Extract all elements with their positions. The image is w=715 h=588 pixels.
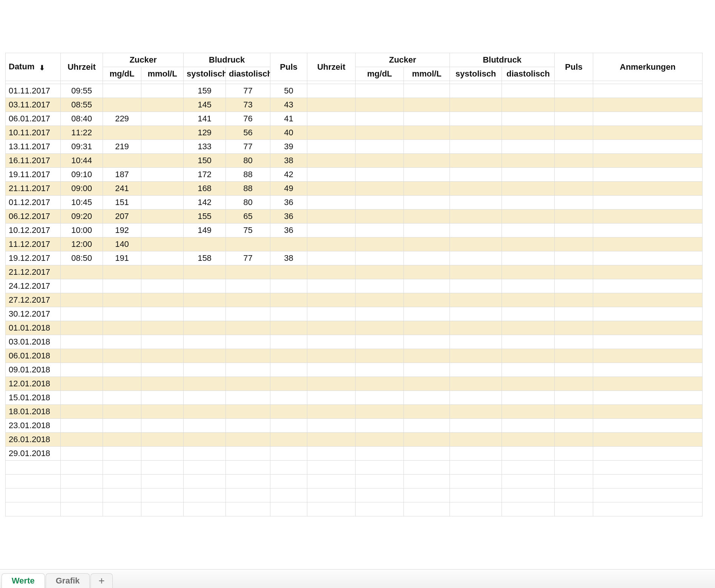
cell-time1[interactable]: 10:45	[61, 196, 103, 210]
cell-note[interactable]	[593, 447, 703, 461]
cell-time1[interactable]: 10:00	[61, 224, 103, 237]
cell-blank[interactable]	[103, 475, 141, 488]
header-uhrzeit-2[interactable]: Uhrzeit	[307, 53, 356, 81]
cell-puls1[interactable]	[270, 391, 307, 405]
cell-puls2[interactable]	[555, 251, 593, 265]
cell-blank[interactable]	[61, 488, 103, 502]
cell-mmol1[interactable]	[141, 377, 184, 391]
cell-puls2[interactable]	[555, 377, 593, 391]
cell-dia1[interactable]	[226, 237, 270, 251]
cell-mmol1[interactable]	[141, 224, 184, 237]
cell-mmol2[interactable]	[404, 126, 450, 140]
cell-blank[interactable]	[103, 502, 141, 516]
cell-dia1[interactable]: 88	[226, 182, 270, 196]
cell-sys2[interactable]	[450, 307, 502, 321]
cell-sys1[interactable]	[184, 293, 226, 307]
cell-puls1[interactable]: 42	[270, 168, 307, 182]
table-row[interactable]: 16.11.201710:441508038	[6, 154, 703, 168]
cell-mmol1[interactable]	[141, 126, 184, 140]
cell-puls1[interactable]: 49	[270, 182, 307, 196]
cell-blank[interactable]	[6, 461, 61, 475]
cell-sys2[interactable]	[450, 447, 502, 461]
cell-mmol2[interactable]	[404, 98, 450, 112]
cell-dia2[interactable]	[502, 196, 555, 210]
cell-puls2[interactable]	[555, 405, 593, 419]
cell-time1[interactable]: 08:50	[61, 251, 103, 265]
table-row[interactable]: 03.11.201708:551457343	[6, 98, 703, 112]
cell-note[interactable]	[593, 335, 703, 349]
cell-sys2[interactable]	[450, 112, 502, 126]
cell-mgdl1[interactable]: 151	[103, 196, 141, 210]
cell-mmol1[interactable]	[141, 182, 184, 196]
cell-time2[interactable]	[307, 251, 356, 265]
data-table[interactable]: Datum ⬇ Uhrzeit Zucker Bludruck Puls Uhr…	[5, 53, 703, 516]
table-row[interactable]: 26.01.2018	[6, 433, 703, 447]
cell-sys1[interactable]	[184, 265, 226, 279]
cell-mgdl1[interactable]	[103, 293, 141, 307]
cell-blank[interactable]	[404, 475, 450, 488]
cell-mmol1[interactable]	[141, 98, 184, 112]
cell-sys1[interactable]	[184, 363, 226, 377]
cell-dia2[interactable]	[502, 293, 555, 307]
table-row[interactable]: 10.11.201711:221295640	[6, 126, 703, 140]
cell-dia2[interactable]	[502, 419, 555, 433]
cell-time1[interactable]: 09:55	[61, 84, 103, 98]
cell-sys2[interactable]	[450, 265, 502, 279]
cell-puls2[interactable]	[555, 196, 593, 210]
cell-mgdl1[interactable]	[103, 405, 141, 419]
cell-sys1[interactable]: 133	[184, 140, 226, 154]
cell-time2[interactable]	[307, 140, 356, 154]
cell-mgdl2[interactable]	[356, 98, 404, 112]
header-mgdl-1[interactable]: mg/dL	[103, 67, 141, 81]
cell-time1[interactable]: 08:55	[61, 98, 103, 112]
cell-time2[interactable]	[307, 447, 356, 461]
cell-mmol2[interactable]	[404, 433, 450, 447]
cell-time1[interactable]	[61, 293, 103, 307]
cell-blank[interactable]	[184, 475, 226, 488]
cell-mgdl2[interactable]	[356, 196, 404, 210]
cell-note[interactable]	[593, 84, 703, 98]
cell-dia1[interactable]: 88	[226, 168, 270, 182]
cell-mmol2[interactable]	[404, 237, 450, 251]
cell-sys1[interactable]	[184, 377, 226, 391]
cell-time1[interactable]	[61, 349, 103, 363]
cell-dia1[interactable]	[226, 377, 270, 391]
cell-mmol2[interactable]	[404, 307, 450, 321]
cell-mgdl2[interactable]	[356, 307, 404, 321]
cell-puls2[interactable]	[555, 279, 593, 293]
cell-date[interactable]: 15.01.2018	[6, 391, 61, 405]
cell-time1[interactable]	[61, 363, 103, 377]
cell-puls1[interactable]	[270, 405, 307, 419]
cell-mgdl1[interactable]	[103, 126, 141, 140]
cell-puls1[interactable]	[270, 307, 307, 321]
cell-dia1[interactable]	[226, 307, 270, 321]
cell-puls1[interactable]	[270, 293, 307, 307]
cell-blank[interactable]	[502, 475, 555, 488]
cell-puls1[interactable]: 40	[270, 126, 307, 140]
cell-puls2[interactable]	[555, 126, 593, 140]
cell-mmol2[interactable]	[404, 279, 450, 293]
header-mmol-2[interactable]: mmol/L	[404, 67, 450, 81]
cell-time2[interactable]	[307, 168, 356, 182]
cell-mmol2[interactable]	[404, 112, 450, 126]
table-row[interactable]: 19.12.201708:501911587738	[6, 251, 703, 265]
cell-mgdl1[interactable]	[103, 335, 141, 349]
cell-time2[interactable]	[307, 433, 356, 447]
cell-mgdl2[interactable]	[356, 363, 404, 377]
cell-mgdl1[interactable]: 191	[103, 251, 141, 265]
cell-time2[interactable]	[307, 349, 356, 363]
cell-mgdl1[interactable]: 140	[103, 237, 141, 251]
cell-mmol1[interactable]	[141, 447, 184, 461]
cell-sys1[interactable]	[184, 237, 226, 251]
header-mgdl-2[interactable]: mg/dL	[356, 67, 404, 81]
table-body[interactable]: 01.11.201709:55159775003.11.201708:55145…	[6, 84, 703, 516]
cell-mgdl1[interactable]	[103, 265, 141, 279]
cell-dia1[interactable]: 77	[226, 140, 270, 154]
cell-note[interactable]	[593, 419, 703, 433]
cell-puls2[interactable]	[555, 210, 593, 224]
cell-dia2[interactable]	[502, 349, 555, 363]
cell-mmol1[interactable]	[141, 237, 184, 251]
cell-sys1[interactable]: 141	[184, 112, 226, 126]
cell-puls2[interactable]	[555, 84, 593, 98]
cell-mmol1[interactable]	[141, 140, 184, 154]
